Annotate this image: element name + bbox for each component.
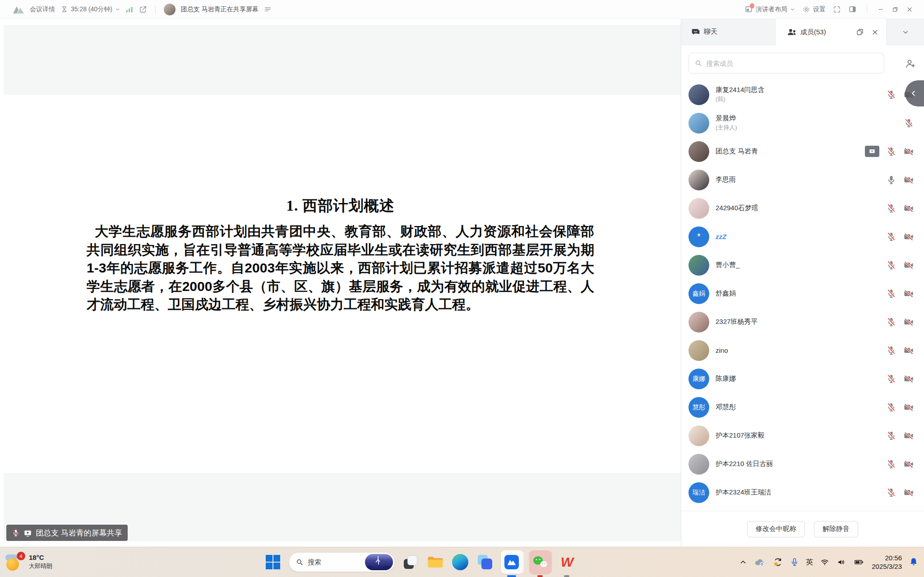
slide-number-bold: 1-3 [87,260,106,275]
meeting-app-window: 会议详情 35:28 (40分钟) 团总支 马岩青正在共享屏幕 [0,0,924,577]
running-indicator [537,575,543,577]
camera-muted-icon[interactable] [903,231,914,242]
chevron-down-icon [115,7,120,12]
mic-muted-icon[interactable] [886,374,896,384]
wps-app-button[interactable]: W [558,550,576,574]
notification-dot [750,3,754,9]
member-row[interactable]: 瑞洁护本2324班王瑞洁 [681,478,924,507]
member-status-icons [886,402,914,412]
member-avatar: 鑫娟 [688,283,709,304]
close-window-button[interactable] [906,6,913,13]
member-row[interactable]: *zzZ [681,222,924,251]
search-icon [296,558,304,566]
unmute-button[interactable]: 解除静音 [814,521,858,537]
mic-muted-icon[interactable] [886,89,896,100]
slide-number-bold: 2003 [245,260,275,275]
tab-members[interactable]: 成员(53) [776,19,886,45]
edge-browser-button[interactable] [451,550,469,574]
mic-on-icon[interactable] [886,175,896,185]
member-search-box[interactable] [688,53,884,74]
camera-muted-icon[interactable] [903,430,914,441]
news-badge: 4 [17,552,25,560]
minimize-button[interactable] [877,6,884,13]
camera-muted-icon[interactable] [903,402,914,412]
network-signal-icon[interactable] [125,6,134,13]
taskbar-search[interactable]: 搜索 [289,552,395,572]
panel-footer: 修改会中昵称 解除静音 [681,511,924,547]
member-row[interactable]: 鑫娟舒鑫娟 [681,279,924,308]
notifications-bell-icon[interactable] [909,557,919,568]
mic-muted-icon[interactable] [886,345,896,355]
ime-indicator[interactable]: 英 [806,558,813,567]
wechat-app-button[interactable] [529,550,551,574]
mic-muted-icon[interactable] [886,487,896,498]
member-search-input[interactable] [706,60,878,67]
camera-muted-icon[interactable] [903,146,914,157]
open-external-icon[interactable] [139,5,147,14]
mic-muted-icon[interactable] [886,317,896,327]
mic-muted-icon[interactable] [886,203,896,213]
member-row[interactable]: 团总支 马岩青 [681,137,924,166]
camera-muted-icon[interactable] [903,288,914,299]
tab-members-label: 成员(53) [800,28,826,37]
fullscreen-icon[interactable] [833,5,841,14]
tray-expand-icon[interactable] [739,558,747,566]
member-row[interactable]: 曹小曹_ [681,251,924,279]
camera-muted-icon[interactable] [903,175,914,185]
taskbar-weather-widget[interactable]: 4 18°C 大部晴朗 [5,551,52,572]
member-row[interactable]: 2327班杨秀平 [681,308,924,336]
camera-muted-icon[interactable] [903,374,914,384]
member-row[interactable]: 242940石梦瑶 [681,194,924,222]
member-row[interactable]: 康复2414闫思含(我) [681,80,924,109]
member-row[interactable]: 康娜陈康娜 [681,365,924,393]
rename-button[interactable]: 修改会中昵称 [747,521,805,537]
tencent-meeting-app-button[interactable] [501,550,522,574]
popout-panel-icon[interactable] [856,28,864,36]
camera-muted-icon[interactable] [903,260,914,270]
member-name: 康复2414闫思含 [716,86,764,94]
sync-status-icon[interactable] [772,557,783,567]
meeting-timer[interactable]: 35:28 (40分钟) [60,5,120,14]
member-row[interactable]: 景晨烨(主持人) [681,109,924,137]
task-view-button[interactable] [402,550,420,574]
sharing-status-label: 团总支 马岩青正在共享屏幕 [181,5,259,14]
panel-more-section[interactable] [886,19,924,45]
tab-chat[interactable]: 聊天 [681,19,776,45]
member-row[interactable]: zino [681,336,924,365]
mic-muted-icon[interactable] [886,260,896,270]
mic-muted-icon[interactable] [886,231,896,242]
mic-muted-icon[interactable] [886,146,896,157]
mic-muted-icon[interactable] [886,430,896,441]
add-member-button[interactable] [901,56,919,71]
mic-muted-icon[interactable] [886,288,896,299]
cloud-sync-icon[interactable] [754,557,766,567]
camera-muted-icon[interactable] [903,345,914,355]
camera-muted-icon[interactable] [903,459,914,469]
list-icon[interactable] [264,5,272,13]
close-panel-icon[interactable] [871,28,879,36]
camera-muted-icon[interactable] [903,487,914,498]
camera-muted-icon[interactable] [903,203,914,213]
microphone-tray-icon[interactable] [790,557,799,567]
battery-icon[interactable] [853,558,865,567]
docs-app-button[interactable] [476,550,494,574]
restore-window-button[interactable] [892,6,899,13]
mic-muted-icon[interactable] [886,402,896,412]
wifi-icon[interactable] [820,558,830,567]
member-row[interactable]: 护本2107张家毅 [681,421,924,450]
screen-share-status-badge[interactable]: 团总支 马岩青的屏幕共享 [6,525,128,541]
start-button[interactable] [264,550,282,574]
camera-muted-icon[interactable] [903,317,914,327]
meeting-details-button[interactable]: 会议详情 [30,5,55,14]
settings-button[interactable]: 设置 [802,5,826,14]
volume-icon[interactable] [836,558,846,567]
side-panel-toggle-icon[interactable] [848,5,857,14]
taskbar-clock[interactable]: 20:56 2025/3/23 [872,554,902,571]
file-explorer-button[interactable] [426,550,444,574]
mic-muted-icon[interactable] [904,118,914,128]
layout-switcher[interactable]: 演讲者布局 [744,5,795,14]
member-row[interactable]: 李思雨 [681,166,924,194]
member-row[interactable]: 慧彤邓慧彤 [681,393,924,421]
mic-muted-icon[interactable] [886,459,896,469]
member-row[interactable]: 护本2210 佐日古丽 [681,450,924,478]
